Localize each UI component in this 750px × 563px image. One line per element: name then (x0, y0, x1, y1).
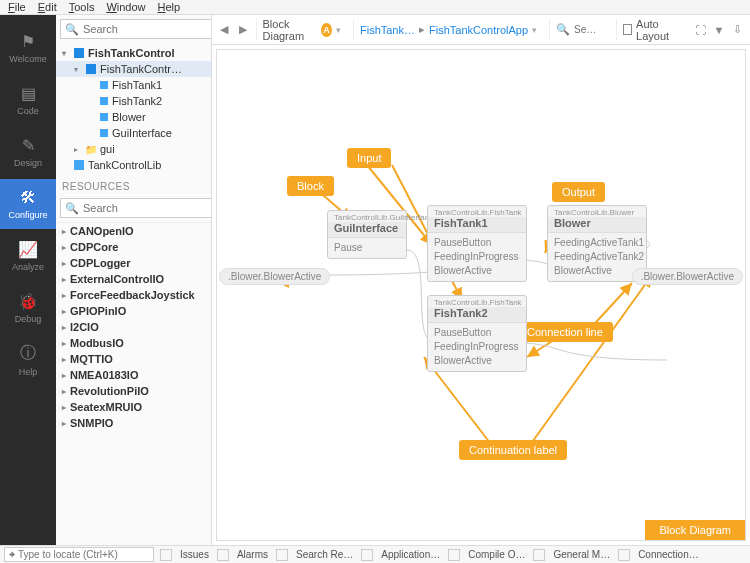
resource-item[interactable]: ▸SNMPIO (56, 415, 211, 431)
status-tab-handle[interactable] (217, 549, 229, 561)
node-gui-interface[interactable]: TankControlLib.GuiInterface GuiInterface… (327, 210, 407, 259)
locate-input[interactable] (18, 549, 149, 560)
activity-bar: ⚑Welcome ▤Code ✎Design 🛠Configure 📈Analy… (0, 15, 56, 545)
crumb-2[interactable]: FishTankControlApp (429, 24, 528, 36)
resource-item[interactable]: ▸CDPCore (56, 239, 211, 255)
tree-blower[interactable]: Blower (56, 109, 211, 125)
annotation-output: Output (552, 182, 605, 202)
node-fishtank2[interactable]: TankControlLib.FishTank FishTank2 PauseB… (427, 295, 527, 372)
resources-list: ▸CANOpenIO ▸CDPCore ▸CDPLogger ▸External… (56, 222, 211, 545)
status-tabs: Issues Alarms Search Re… Application… Co… (160, 549, 705, 561)
status-bar: ⌖ Issues Alarms Search Re… Application… … (0, 545, 750, 563)
chart-icon: 📈 (18, 240, 38, 259)
nav-fwd-button[interactable]: ▶ (237, 22, 250, 38)
resource-item[interactable]: ▸ModbusIO (56, 335, 211, 351)
download-icon[interactable]: ⇩ (731, 22, 744, 38)
toolbar-search-input[interactable] (574, 24, 604, 35)
tree-gui[interactable]: ▸gui (56, 141, 211, 157)
side-panel: 🔍 ▾FishTankControl ▾FishTankContr… FishT… (56, 15, 212, 545)
activity-configure[interactable]: 🛠Configure (0, 179, 56, 229)
resource-item[interactable]: ▸GPIOPinIO (56, 303, 211, 319)
editor-area: ◀ ▶ Block Diagram A ▾ FishTank… ▸ FishTa… (212, 15, 750, 545)
document-icon: ▤ (21, 84, 36, 103)
resource-item[interactable]: ▸NMEA0183IO (56, 367, 211, 383)
chevron-down-icon: ▾ (532, 24, 537, 35)
resource-item[interactable]: ▸I2CIO (56, 319, 211, 335)
node-fishtank1[interactable]: TankControlLib.FishTank FishTank1 PauseB… (427, 205, 527, 282)
locate-box[interactable]: ⌖ (4, 547, 154, 562)
nav-back-button[interactable]: ◀ (218, 22, 231, 38)
flag-icon: ⚑ (21, 32, 35, 51)
resource-item[interactable]: ▸RevolutionPiIO (56, 383, 211, 399)
tree-root[interactable]: ▾FishTankControl (56, 45, 211, 61)
activity-debug[interactable]: 🐞Debug (0, 283, 56, 333)
resources-header: RESOURCES (56, 175, 211, 194)
menu-tools[interactable]: Tools (69, 1, 95, 13)
continuation-left[interactable]: .Blower.BlowerActive (219, 268, 330, 285)
tree-tank1[interactable]: FishTank1 (56, 77, 211, 93)
activity-analyze[interactable]: 📈Analyze (0, 231, 56, 281)
svg-line-8 (527, 340, 554, 357)
tree-tank2[interactable]: FishTank2 (56, 93, 211, 109)
menu-help[interactable]: Help (158, 1, 181, 13)
crumb-1[interactable]: FishTank… (360, 24, 415, 36)
status-tab-handle[interactable] (361, 549, 373, 561)
resource-item[interactable]: ▸SeatexMRUIO (56, 399, 211, 415)
status-tab-handle[interactable] (533, 549, 545, 561)
status-tab-handle[interactable] (276, 549, 288, 561)
activity-design[interactable]: ✎Design (0, 127, 56, 177)
chevron-down-icon: ▾ (336, 24, 341, 35)
svg-line-7 (525, 275, 652, 452)
activity-help[interactable]: ⓘHelp (0, 335, 56, 385)
search-icon: 🔍 (556, 23, 570, 36)
project-search-input[interactable] (83, 23, 212, 35)
filter-icon[interactable]: ▼ (713, 22, 726, 38)
canvas-footer-label: Block Diagram (645, 520, 745, 540)
mode-selector[interactable]: Block Diagram A ▾ (256, 19, 347, 40)
checkbox-icon (623, 24, 632, 35)
resources-search-input[interactable] (83, 202, 212, 214)
annotation-block: Block (287, 176, 334, 196)
status-tab-handle[interactable] (160, 549, 172, 561)
tree-app[interactable]: ▾FishTankContr… (56, 61, 211, 77)
activity-code[interactable]: ▤Code (0, 75, 56, 125)
expand-icon[interactable]: ⛶ (694, 22, 707, 38)
status-tab-handle[interactable] (448, 549, 460, 561)
auto-layout-toggle[interactable]: Auto Layout (616, 19, 688, 40)
search-icon: 🔍 (65, 23, 79, 36)
resource-item[interactable]: ▸MQTTIO (56, 351, 211, 367)
continuation-right[interactable]: .Blower.BlowerActive (632, 268, 743, 285)
status-tab[interactable]: Connection… (632, 549, 705, 560)
resources-search[interactable]: 🔍 (60, 198, 212, 218)
wrench-icon: 🛠 (20, 189, 36, 207)
resource-item[interactable]: ▸CDPLogger (56, 255, 211, 271)
status-tab[interactable]: Issues (174, 549, 215, 560)
node-blower[interactable]: TankControlLib.Blower Blower FeedingActi… (547, 205, 647, 282)
menu-edit[interactable]: Edit (38, 1, 57, 13)
tree-lib[interactable]: TankControlLib (56, 157, 211, 173)
project-tree: ▾FishTankControl ▾FishTankContr… FishTan… (56, 43, 211, 175)
status-tab[interactable]: Compile O… (462, 549, 531, 560)
editor-toolbar: ◀ ▶ Block Diagram A ▾ FishTank… ▸ FishTa… (212, 15, 750, 45)
status-tab[interactable]: General M… (547, 549, 616, 560)
menu-file[interactable]: File (8, 1, 26, 13)
badge-a-icon: A (321, 23, 332, 37)
breadcrumb: FishTank… ▸ FishTankControlApp ▾ (353, 19, 543, 40)
activity-welcome[interactable]: ⚑Welcome (0, 23, 56, 73)
status-tab[interactable]: Search Re… (290, 549, 359, 560)
status-tab[interactable]: Alarms (231, 549, 274, 560)
status-tab-handle[interactable] (618, 549, 630, 561)
info-icon: ⓘ (20, 343, 36, 364)
project-search[interactable]: 🔍 (60, 19, 212, 39)
design-icon: ✎ (22, 136, 35, 155)
menubar: File Edit Tools Window Help (0, 0, 750, 15)
menu-window[interactable]: Window (106, 1, 145, 13)
resource-item[interactable]: ▸CANOpenIO (56, 223, 211, 239)
resource-item[interactable]: ▸ForceFeedbackJoystick (56, 287, 211, 303)
status-tab[interactable]: Application… (375, 549, 446, 560)
resource-item[interactable]: ▸ExternalControlIO (56, 271, 211, 287)
tree-gui-interface[interactable]: GuiInterface (56, 125, 211, 141)
search-icon: 🔍 (65, 202, 79, 215)
debug-icon: 🐞 (18, 292, 38, 311)
block-diagram-canvas[interactable]: Input Block Output Connection line Conti… (216, 49, 746, 541)
